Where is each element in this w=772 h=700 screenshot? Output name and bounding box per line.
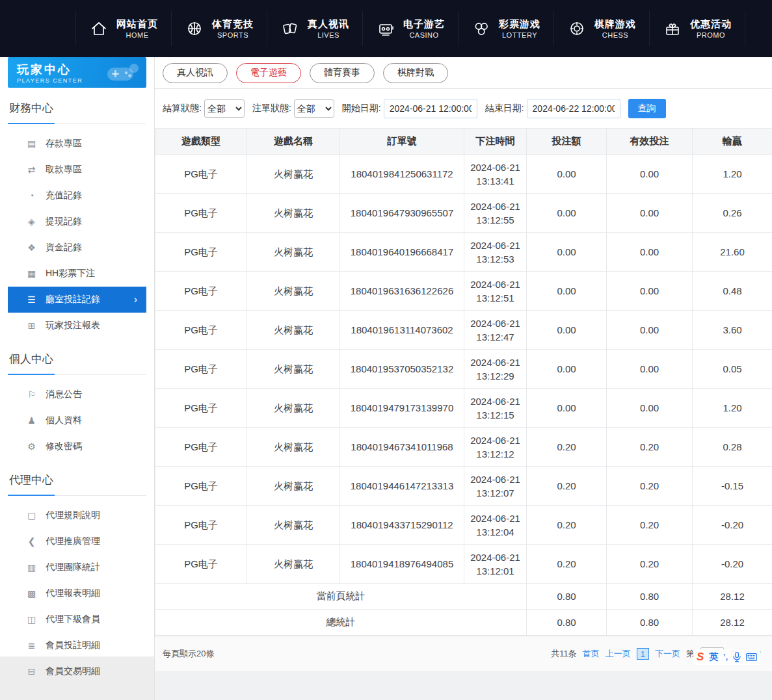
playing-cards-icon <box>280 19 300 38</box>
cell-bet-amount: 0.00 <box>527 350 607 389</box>
table-row: PG电子 火树赢花 1804019647930965507 2024-06-21… <box>155 194 772 233</box>
cell-game-type: PG电子 <box>155 428 247 467</box>
sidebar-item[interactable]: 提現記錄 › <box>8 209 146 235</box>
tab[interactable]: 真人視訊 <box>163 63 228 83</box>
nav-item-chess[interactable]: 棋牌游戏CHESS <box>553 11 649 46</box>
tab[interactable]: 棋牌對戰 <box>383 63 448 83</box>
table-row: PG电子 火树赢花 1804019418976494085 2024-06-21… <box>155 545 772 584</box>
sidebar-item[interactable]: 資金記錄 › <box>8 235 146 261</box>
cell-winloss: 1.20 <box>693 389 772 428</box>
sidebar-item-label: 修改密碼 <box>46 441 82 452</box>
announcement-icon <box>26 389 37 400</box>
cell-order-no: 1804019631636122626 <box>340 272 464 311</box>
sidebar-item[interactable]: 會員交易明細 › <box>8 658 146 684</box>
table-row: PG电子 火树赢花 1804019446147213313 2024-06-21… <box>155 467 772 506</box>
section-title-finance: 财務中心 <box>8 93 146 124</box>
sidebar-item[interactable]: 玩家投注報表 › <box>8 313 146 339</box>
cell-game-name: 火树赢花 <box>247 467 340 506</box>
ime-punctuation-icon[interactable]: ’, <box>723 653 728 662</box>
sidebar-item-label: 會員投註明細 <box>46 640 100 651</box>
page-summary-winloss: 28.12 <box>693 584 772 610</box>
cell-game-name: 火树赢花 <box>247 311 340 350</box>
chevron-right-icon: › <box>134 294 137 305</box>
sidebar-item[interactable]: 代理下級會員 › <box>8 606 146 632</box>
cell-order-no: 1804019613114073602 <box>340 311 464 350</box>
cell-bet-amount: 0.00 <box>527 155 607 194</box>
cell-game-type: PG电子 <box>155 350 247 389</box>
cell-valid-bet: 0.20 <box>607 506 693 545</box>
sidebar-item[interactable]: HH彩票下注 › <box>8 261 146 287</box>
lottery-balls-icon <box>472 19 491 38</box>
nav-label-zh: 棋牌游戏 <box>594 18 636 31</box>
nav-label-zh: 网站首页 <box>116 18 158 31</box>
sidebar-item[interactable]: 廳室投註記錄 › <box>8 287 146 313</box>
sidebar-item[interactable]: 修改密碼 › <box>8 434 146 460</box>
order-status-select[interactable]: 全部 <box>294 99 334 118</box>
nav-item-casino[interactable]: 电子游艺CASINO <box>362 11 458 46</box>
sogou-logo-icon[interactable]: S <box>697 651 704 664</box>
next-page-link[interactable]: 下一页 <box>655 648 680 660</box>
nav-label-en: CHESS <box>602 31 628 40</box>
start-date-input[interactable] <box>384 99 477 118</box>
order-status-label: 注單狀態: <box>252 103 291 114</box>
sidebar-item[interactable]: 會員投註明細 › <box>8 632 146 658</box>
withdraw-icon <box>26 164 37 175</box>
main-content: 真人視訊 電子遊藝 體育賽事 棋牌對戰 結算狀態: 全部 注單狀態: 全部 開始… <box>154 57 772 700</box>
sidebar-item[interactable]: 消息公告 › <box>8 382 146 408</box>
sidebar-item-label: 廳室投註記錄 <box>46 294 100 305</box>
sidebar-item[interactable]: 取款專區 › <box>8 157 146 183</box>
cell-bet-amount: 0.00 <box>527 233 607 272</box>
ime-language-toggle[interactable]: 英 <box>709 651 718 663</box>
nav-label-en: PROMO <box>697 31 725 40</box>
first-page-link[interactable]: 首页 <box>583 648 600 660</box>
settle-status-select[interactable]: 全部 <box>204 99 245 118</box>
sidebar-item[interactable]: 充值記錄 › <box>8 183 146 209</box>
tab[interactable]: 電子遊藝 <box>236 63 301 83</box>
agent-rules-icon <box>26 510 37 521</box>
prev-page-link[interactable]: 上一页 <box>606 648 631 660</box>
cell-game-name: 火树赢花 <box>247 506 340 545</box>
agent-team-icon <box>26 562 37 573</box>
total-summary-label: 總統計 <box>155 610 527 636</box>
cell-order-no: 1804019446147213313 <box>340 467 464 506</box>
sidebar-item[interactable]: 代理推廣管理 › <box>8 528 146 554</box>
table-row: PG电子 火树赢花 1804019467341011968 2024-06-21… <box>155 428 772 467</box>
section-title-agent: 代理中心 <box>8 465 146 496</box>
page-summary-bet: 0.80 <box>527 584 607 610</box>
nav-item-home[interactable]: 网站首页HOME <box>75 11 171 46</box>
cell-winloss: 3.60 <box>693 311 772 350</box>
ime-mic-icon[interactable] <box>733 652 741 662</box>
sidebar-item[interactable]: 個人資料 › <box>8 408 146 434</box>
sidebar-item[interactable]: 存款專區 › <box>8 131 146 157</box>
nav-label-zh: 彩票游戏 <box>499 18 540 31</box>
sidebar-item[interactable]: 代理團隊統計 › <box>8 554 146 580</box>
ime-keyboard-icon[interactable] <box>746 653 757 661</box>
sidebar-item[interactable]: 代理規則說明 › <box>8 502 146 528</box>
lottery-bet-icon <box>26 268 37 279</box>
end-date-input[interactable] <box>527 99 620 118</box>
cell-order-no: 1804019467341011968 <box>340 428 464 467</box>
cell-bet-amount: 0.20 <box>527 545 607 584</box>
nav-item-sports[interactable]: 体育竞技SPORTS <box>171 11 267 46</box>
cell-order-no: 1804019433715290112 <box>340 506 464 545</box>
tab[interactable]: 體育賽事 <box>310 63 375 83</box>
cell-order-no: 1804019418976494085 <box>340 545 464 584</box>
sidebar-item[interactable]: 代理報表明細 › <box>8 580 146 606</box>
table-row: PG电子 火树赢花 1804019613114073602 2024-06-21… <box>155 311 772 350</box>
cell-valid-bet: 0.00 <box>607 389 693 428</box>
search-button[interactable]: 查詢 <box>628 99 666 118</box>
nav-item-lives[interactable]: 真人视讯LIVES <box>267 11 362 46</box>
cell-valid-bet: 0.00 <box>607 272 693 311</box>
ime-toolbar: S 英 ’, <box>693 649 760 665</box>
start-date-label: 開始日期: <box>342 103 381 114</box>
table-row: PG电子 火树赢花 1804019479173139970 2024-06-21… <box>155 389 772 428</box>
sidebar-item-label: 代理下級會員 <box>46 614 100 625</box>
cell-valid-bet: 0.20 <box>607 467 693 506</box>
cell-game-name: 火树赢花 <box>247 233 340 272</box>
nav-item-promo[interactable]: 优惠活动PROMO <box>649 11 745 46</box>
cell-game-type: PG电子 <box>155 311 247 350</box>
page-summary-valid: 0.80 <box>607 584 693 610</box>
current-page[interactable]: 1 <box>637 648 649 660</box>
nav-item-lottery[interactable]: 彩票游戏LOTTERY <box>458 11 553 46</box>
page-size-text: 每頁顯示20條 <box>163 648 214 660</box>
